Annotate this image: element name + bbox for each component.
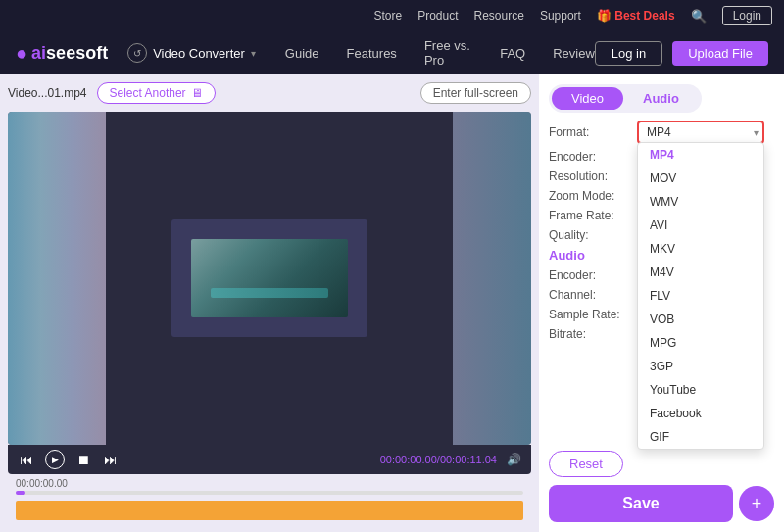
nav-product[interactable]: Product [417,9,458,23]
dropdown-item-mkv[interactable]: MKV [638,237,763,261]
timeline-bar[interactable] [16,501,523,520]
format-dropdown-list: MP4 MOV WMV AVI MKV M4V FLV VOB MPG 3GP … [637,142,764,450]
file-name: Video...01.mp4 [8,86,87,100]
nav-faq[interactable]: FAQ [500,46,525,61]
save-area: Save + [549,485,774,522]
nav-support[interactable]: Support [540,9,581,23]
zoom-label: Zoom Mode: [549,189,637,203]
nav-free-vs-pro[interactable]: Free vs. Pro [424,38,472,68]
video-frame-content [191,239,348,317]
logo: ● aiseesoft [16,42,108,65]
select-another-button[interactable]: Select Another 🖥 [97,82,216,104]
dropdown-item-mov[interactable]: MOV [638,167,763,190]
progress-fill [16,491,25,495]
main-nav-links: Guide Features Free vs. Pro FAQ Review [285,38,595,68]
nav-features[interactable]: Features [347,46,397,61]
tab-video[interactable]: Video [552,87,623,110]
video-controls: ⏮ ▶ ⏹ ⏭ 00:00:00.00/00:00:11.04 🔊 [8,445,531,474]
play-button[interactable]: ▶ [45,450,65,469]
nav-best-deals[interactable]: 🎁 Best Deals [597,9,675,23]
frame-label: Frame Rate: [549,209,637,222]
top-navigation: Store Product Resource Support 🎁 Best De… [0,0,784,31]
monitor-icon: 🖥 [191,86,203,100]
rewind-button[interactable]: ⏮ [18,450,35,469]
app-selector[interactable]: ↺ Video Converter ▾ [127,43,256,63]
dropdown-item-3gp[interactable]: 3GP [638,355,763,378]
dropdown-item-vob[interactable]: VOB [638,308,763,331]
bitrate-label: Bitrate: [549,327,637,341]
nav-review[interactable]: Review [553,46,595,61]
stop-button[interactable]: ⏹ [74,450,92,469]
upload-file-button[interactable]: Upload File [672,41,768,66]
volume-icon[interactable]: 🔊 [507,453,521,466]
channel-label: Channel: [549,288,637,302]
dropdown-item-m4v[interactable]: M4V [638,261,763,284]
video-blur-overlay [8,112,106,445]
dropdown-item-wmv[interactable]: WMV [638,190,763,214]
video-thumbnail [8,112,531,445]
tabs: Video Audio [549,84,702,113]
encoder2-label: Encoder: [549,268,637,282]
sample-label: Sample Rate: [549,308,637,321]
save-plus-button[interactable]: + [739,486,774,521]
dropdown-item-gif[interactable]: GIF [638,425,763,449]
reset-button[interactable]: Reset [549,451,623,477]
progress-bar[interactable] [16,491,523,495]
search-icon[interactable]: 🔍 [691,9,707,24]
time-display: 00:00:00.00/00:00:11.04 [380,454,497,465]
format-label: Format: [549,125,637,139]
chevron-down-icon: ▾ [251,48,256,59]
video-blur-right [453,112,531,445]
nav-resource[interactable]: Resource [474,9,524,23]
dropdown-item-flv[interactable]: FLV [638,284,763,308]
nav-guide[interactable]: Guide [285,46,319,61]
left-panel: Video...01.mp4 Select Another 🖥 Enter fu… [0,74,539,532]
settings-area: Format: MP4 ▾ MP4 MOV WMV AVI MKV M4V FL… [549,121,774,341]
resolution-label: Resolution: [549,169,637,183]
main-content: Video...01.mp4 Select Another 🖥 Enter fu… [0,74,784,532]
main-login-button[interactable]: Log in [595,41,662,66]
dropdown-item-avi[interactable]: AVI [638,214,763,237]
app-icon: ↺ [127,43,147,63]
dropdown-item-facebook[interactable]: Facebook [638,402,763,425]
dropdown-item-mp4[interactable]: MP4 [638,143,763,167]
video-preview [8,112,531,445]
right-panel: Video Audio Format: MP4 ▾ MP4 MOV WMV [539,74,784,532]
main-navigation: ● aiseesoft ↺ Video Converter ▾ Guide Fe… [0,31,784,74]
nav-right-actions: Log in Upload File [595,41,768,66]
format-select[interactable]: MP4 [637,121,764,144]
progress-area: 00:00:00.00 [8,474,531,499]
time-label: 00:00:00.00 [16,478,523,489]
encoder-label: Encoder: [549,150,637,164]
dropdown-item-youtube[interactable]: YouTube [638,378,763,402]
bottom-actions: Reset Save + [549,451,774,522]
format-row: Format: MP4 ▾ MP4 MOV WMV AVI MKV M4V FL… [549,121,774,144]
dropdown-item-mpg[interactable]: MPG [638,331,763,355]
timeline-area [8,499,531,524]
logo-text: aiseesoft [31,43,108,64]
fast-forward-button[interactable]: ⏭ [102,450,120,469]
tab-audio[interactable]: Audio [623,87,699,110]
save-button[interactable]: Save [549,485,733,522]
file-bar: Video...01.mp4 Select Another 🖥 Enter fu… [8,82,531,104]
audio-section-label: Audio [549,248,637,263]
video-bar [211,288,328,298]
format-dropdown-container: MP4 ▾ MP4 MOV WMV AVI MKV M4V FLV VOB MP… [637,121,764,144]
top-login-button[interactable]: Login [722,6,772,25]
video-center-frame [172,219,368,337]
full-screen-button[interactable]: Enter full-screen [420,82,531,104]
quality-label: Quality: [549,228,637,242]
nav-store[interactable]: Store [373,9,402,23]
